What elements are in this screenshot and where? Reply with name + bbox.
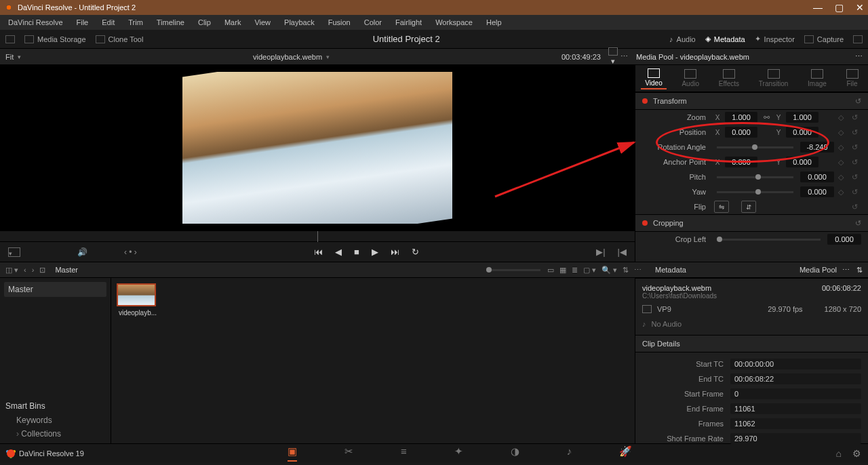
viewer-scrubber[interactable] xyxy=(0,230,635,241)
cropping-header[interactable]: Cropping ↺ xyxy=(635,214,868,232)
end-frame-field[interactable]: 11061 xyxy=(730,403,861,414)
anchor-y-field[interactable]: 0.000 xyxy=(786,157,818,167)
out-point-button[interactable]: |◀ xyxy=(618,247,627,257)
tab-transition[interactable]: Transition xyxy=(755,68,793,89)
crop-left-field[interactable]: 0.000 xyxy=(827,234,861,245)
stop-button[interactable]: ■ xyxy=(354,247,359,257)
audio-button[interactable]: ♪Audio xyxy=(669,35,696,43)
nav-prev[interactable]: ‹ • › xyxy=(124,247,137,257)
start-frame-field[interactable]: 0 xyxy=(730,388,861,399)
clip-thumbnail[interactable]: videoplayb... xyxy=(117,283,159,317)
keyframe-icon[interactable]: ◇ xyxy=(838,173,848,182)
menu-fusion[interactable]: Fusion xyxy=(323,17,356,28)
master-bin-folder[interactable]: Master xyxy=(4,282,106,297)
keyframe-icon[interactable]: ◇ xyxy=(838,188,848,197)
position-x-field[interactable]: 0.000 xyxy=(725,127,757,138)
loop-button[interactable]: ↻ xyxy=(412,247,419,257)
cropping-enabled-dot[interactable] xyxy=(642,220,648,226)
toggle-right-panel[interactable] xyxy=(853,35,863,43)
inspector-button[interactable]: ✦Inspector xyxy=(755,35,795,43)
tab-video[interactable]: Video xyxy=(641,67,666,89)
metadata-button[interactable]: ◈Metadata xyxy=(705,35,745,43)
start-tc-field[interactable]: 00:00:00:00 xyxy=(730,359,861,369)
pitch-slider[interactable] xyxy=(717,176,793,178)
page-fairlight[interactable]: ♪ xyxy=(567,445,572,462)
zoom-x-field[interactable]: 1.000 xyxy=(725,112,757,123)
transform-enabled-dot[interactable] xyxy=(642,98,648,104)
position-y-field[interactable]: 0.000 xyxy=(786,127,818,138)
chevron-down-icon[interactable]: ▾ xyxy=(326,54,330,60)
rotation-field[interactable]: -8.240 xyxy=(800,142,834,153)
flip-h-button[interactable]: ⇋ xyxy=(714,201,729,213)
viewer-options-button[interactable]: ⋯ xyxy=(618,52,629,61)
reset-icon[interactable]: ↺ xyxy=(852,113,861,122)
keyframe-icon[interactable]: ◇ xyxy=(838,158,848,167)
page-color[interactable]: ◑ xyxy=(511,445,519,462)
menu-timeline[interactable]: Timeline xyxy=(151,17,190,28)
transform-header[interactable]: Transform ↺ xyxy=(635,92,868,110)
maximize-button[interactable]: ▢ xyxy=(835,2,844,13)
reset-icon[interactable]: ↺ xyxy=(852,203,861,211)
clip-details-header[interactable]: Clip Details xyxy=(635,335,868,352)
bin-content[interactable]: videoplayb... xyxy=(111,278,635,443)
play-reverse-button[interactable]: ◀ xyxy=(335,247,342,257)
rotation-slider[interactable] xyxy=(717,146,793,148)
in-point-button[interactable]: ▶| xyxy=(596,247,605,257)
nav-back-icon[interactable]: ‹ xyxy=(24,266,26,274)
nav-fwd-icon[interactable]: › xyxy=(32,266,35,274)
toggle-left-panel[interactable] xyxy=(5,35,15,43)
page-fusion[interactable]: ✦ xyxy=(454,445,463,462)
volume-icon[interactable]: 🔊 xyxy=(77,247,87,257)
metadata-sort-icon[interactable]: ⇅ xyxy=(856,266,863,275)
flip-v-button[interactable]: ⇵ xyxy=(741,201,756,213)
zoom-fit-dropdown[interactable]: Fit xyxy=(5,53,21,61)
search-icon[interactable]: 🔍 ▾ xyxy=(601,266,617,275)
page-edit[interactable]: ≡ xyxy=(401,445,407,462)
menu-view[interactable]: View xyxy=(249,17,276,28)
filter-icon[interactable]: ⋯ xyxy=(634,266,642,275)
menu-file[interactable]: File xyxy=(71,17,94,28)
crop-left-slider[interactable] xyxy=(717,239,821,241)
shot-fr-field[interactable]: 29.970 xyxy=(730,433,861,444)
cropping-reset-icon[interactable]: ↺ xyxy=(855,219,861,228)
menu-edit[interactable]: Edit xyxy=(96,17,120,28)
smart-bins-header[interactable]: Smart Bins xyxy=(4,399,106,413)
thumbnail-size-slider[interactable] xyxy=(486,269,540,271)
reset-icon[interactable]: ↺ xyxy=(852,143,861,152)
inspector-options-button[interactable]: ⋯ xyxy=(855,52,863,61)
media-storage-button[interactable]: Media Storage xyxy=(24,35,86,43)
last-frame-button[interactable]: ⏭ xyxy=(391,247,399,257)
clone-tool-button[interactable]: Clone Tool xyxy=(96,35,144,43)
view-list-icon[interactable]: ≣ xyxy=(572,266,578,275)
keyframe-icon[interactable]: ◇ xyxy=(838,128,848,137)
page-media[interactable]: ▣ xyxy=(288,445,297,462)
sort-icon[interactable]: ⇅ xyxy=(623,266,629,275)
page-deliver[interactable]: 🚀 xyxy=(619,445,632,462)
reset-icon[interactable]: ↺ xyxy=(852,158,861,167)
bin-layout-icon[interactable]: ◫ ▾ xyxy=(5,266,18,275)
smartbin-keywords[interactable]: Keywords xyxy=(4,413,106,427)
meta-mediapool-label[interactable]: Media Pool xyxy=(800,266,837,274)
settings-icon[interactable]: ⚙ xyxy=(852,448,861,459)
keyframe-icon[interactable]: ◇ xyxy=(838,143,848,152)
yaw-field[interactable]: 0.000 xyxy=(800,186,834,197)
frames-field[interactable]: 11062 xyxy=(730,418,861,429)
minimize-button[interactable]: — xyxy=(813,2,823,13)
zoom-y-field[interactable]: 1.000 xyxy=(786,112,818,123)
menu-davinci[interactable]: DaVinci Resolve xyxy=(3,17,68,28)
yaw-slider[interactable] xyxy=(717,191,793,193)
viewer-canvas[interactable] xyxy=(0,65,635,230)
tab-file[interactable]: File xyxy=(842,68,863,89)
menu-mark[interactable]: Mark xyxy=(219,17,246,28)
page-cut[interactable]: ✂ xyxy=(344,445,353,462)
reset-icon[interactable]: ↺ xyxy=(852,173,861,182)
reset-icon[interactable]: ↺ xyxy=(852,128,861,137)
tab-effects[interactable]: Effects xyxy=(715,68,743,89)
view-strip-icon[interactable]: ▭ xyxy=(547,266,554,275)
keyframe-icon[interactable]: ◇ xyxy=(838,113,848,122)
display-options[interactable] xyxy=(8,247,20,257)
transform-reset-icon[interactable]: ↺ xyxy=(855,97,861,106)
view-grid-icon[interactable]: ▦ xyxy=(559,266,566,275)
metadata-options-icon[interactable]: ⋯ xyxy=(842,266,850,275)
capture-button[interactable]: Capture xyxy=(804,35,844,43)
